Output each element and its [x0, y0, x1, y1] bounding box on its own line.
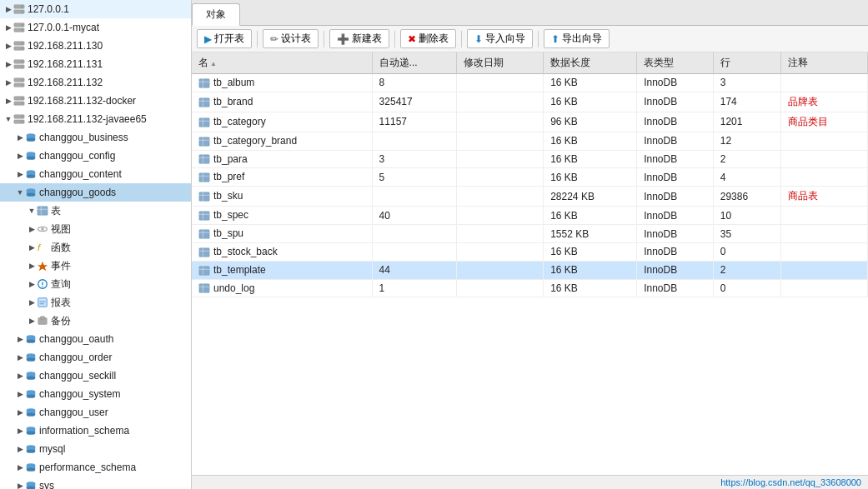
sidebar-label: changgou_oauth: [39, 332, 113, 347]
svg-point-60: [27, 357, 36, 361]
table-row[interactable]: tb_sku28224 KBInnoDB29386商品表: [192, 187, 868, 207]
sidebar-item-db1[interactable]: ▶changgou_business: [0, 128, 191, 147]
sidebar-item-sub7[interactable]: ▶备份: [0, 312, 191, 330]
table-row[interactable]: tb_category_brand16 KBInnoDB12: [192, 132, 868, 150]
cell-table_type: InnoDB: [637, 150, 714, 168]
toolbar-btn-btn-delete[interactable]: ✖删除表: [400, 29, 456, 48]
table-row[interactable]: tb_pref516 KBInnoDB4: [192, 168, 868, 187]
toolbar-btn-btn-design[interactable]: ✏设计表: [263, 29, 319, 48]
cell-name: tb_pref: [192, 168, 372, 187]
expand-arrow: ▶: [3, 2, 13, 17]
sidebar-item-db13[interactable]: ▶sys: [0, 477, 191, 489]
svg-rect-126: [199, 230, 209, 239]
toolbar-btn-btn-open[interactable]: ▶打开表: [197, 29, 252, 48]
svg-point-27: [22, 121, 23, 122]
svg-rect-111: [199, 137, 209, 146]
sidebar-item-db6[interactable]: ▶changgou_order: [0, 348, 191, 367]
sidebar-item-ip7[interactable]: ▼192.168.211.132-javaee65: [0, 110, 191, 128]
tab-objects[interactable]: 对象: [192, 3, 240, 26]
toolbar-separator: [461, 31, 462, 47]
sidebar-item-ip6[interactable]: ▶192.168.211.132-docker: [0, 92, 191, 110]
col-label: 行: [720, 57, 730, 68]
sidebar-item-db11[interactable]: ▶mysql: [0, 440, 191, 458]
sidebar-item-sub5[interactable]: ▶查询: [0, 275, 191, 293]
svg-point-33: [27, 156, 36, 159]
sidebar-item-db3[interactable]: ▶changgou_content: [0, 165, 191, 183]
cell-modify_date: [456, 112, 543, 132]
table-row[interactable]: tb_spec4016 KBInnoDB10: [192, 207, 868, 225]
sidebar-item-db8[interactable]: ▶changgou_system: [0, 385, 191, 403]
cell-auto_incr: [372, 132, 456, 150]
cell-modify_date: [456, 168, 543, 187]
sidebar-item-ip4[interactable]: ▶192.168.211.131: [0, 55, 191, 73]
table-row[interactable]: tb_brand32541716 KBInnoDB174品牌表: [192, 92, 868, 112]
btn-label: 删除表: [419, 32, 449, 46]
toolbar-btn-btn-new[interactable]: ➕新建表: [329, 29, 389, 48]
col-header-modify_date[interactable]: 修改日期: [456, 52, 543, 74]
expand-arrow: ▼: [27, 203, 37, 218]
sidebar-item-ip1[interactable]: ▶127.0.0.1: [0, 0, 191, 18]
sidebar-item-db9[interactable]: ▶changgou_user: [0, 403, 191, 422]
table-row[interactable]: tb_category1115796 KBInnoDB1201商品类目: [192, 112, 868, 132]
sidebar-item-ip5[interactable]: ▶192.168.211.132: [0, 73, 191, 92]
toolbar-btn-btn-export[interactable]: ⬆导出向导: [544, 29, 610, 48]
sidebar-item-db7[interactable]: ▶changgou_seckill: [0, 367, 191, 385]
toolbar-separator: [394, 31, 395, 47]
sidebar-item-db4[interactable]: ▼changgou_goods: [0, 183, 191, 202]
table-row[interactable]: tb_spu1552 KBInnoDB35: [192, 225, 868, 243]
cell-comment: [780, 261, 867, 279]
sidebar-label: changgou_user: [39, 405, 108, 420]
col-header-rows[interactable]: 行: [713, 52, 780, 74]
cell-modify_date: [456, 207, 543, 225]
table-header-row: 名▲自动递...修改日期数据长度表类型行注释: [192, 52, 868, 74]
sidebar-item-sub4[interactable]: ▶事件: [0, 257, 191, 275]
sidebar-item-sub2[interactable]: ▶视图: [0, 220, 191, 238]
expand-arrow: ▶: [3, 93, 13, 108]
sidebar-item-ip2[interactable]: ▶127.0.0.1-mycat: [0, 18, 191, 37]
table-name: tb_category_brand: [213, 135, 297, 147]
table-row[interactable]: tb_para316 KBInnoDB2: [192, 150, 868, 168]
svg-rect-102: [199, 79, 209, 88]
sidebar-item-db10[interactable]: ▶information_schema: [0, 422, 191, 440]
sidebar-item-db2[interactable]: ▶changgou_config: [0, 147, 191, 165]
sidebar-label: changgou_content: [39, 167, 122, 182]
cell-modify_date: [456, 187, 543, 207]
sidebar-item-sub6[interactable]: ▶报表: [0, 293, 191, 312]
svg-rect-117: [199, 173, 209, 182]
col-header-name[interactable]: 名▲: [192, 52, 372, 74]
svg-text:f: f: [38, 242, 42, 252]
sidebar-label: 192.168.211.131: [28, 57, 103, 72]
col-header-auto_incr[interactable]: 自动递...: [372, 52, 456, 74]
sidebar-item-sub1[interactable]: ▼表: [0, 202, 191, 220]
table-row[interactable]: tb_template4416 KBInnoDB2: [192, 261, 868, 279]
toolbar-btn-btn-import[interactable]: ⬇导入向导: [467, 29, 533, 48]
statusbar: https://blog.csdn.net/qq_33608000: [192, 475, 868, 489]
sidebar-label: 查询: [51, 277, 71, 292]
col-header-table_type[interactable]: 表类型: [637, 52, 714, 74]
svg-point-11: [22, 47, 23, 49]
col-header-comment[interactable]: 注释: [780, 52, 867, 74]
sidebar-item-db12[interactable]: ▶performance_schema: [0, 458, 191, 477]
svg-point-78: [27, 467, 36, 471]
table-row[interactable]: tb_album816 KBInnoDB3: [192, 74, 868, 92]
cell-comment: [780, 242, 867, 261]
cell-name: tb_album: [192, 74, 372, 92]
cell-comment: [780, 279, 867, 297]
expand-arrow: ▶: [15, 423, 25, 438]
col-header-data_size[interactable]: 数据长度: [544, 52, 637, 74]
cell-rows: 0: [713, 279, 780, 297]
sidebar-label: sys: [39, 478, 54, 489]
sidebar-item-db5[interactable]: ▶changgou_oauth: [0, 330, 191, 348]
expand-arrow: ▶: [27, 295, 37, 310]
cell-auto_incr: 40: [372, 207, 456, 225]
sidebar-item-sub3[interactable]: ▶f函数: [0, 238, 191, 257]
cell-comment: [780, 150, 867, 168]
cell-data_size: 16 KB: [544, 150, 637, 168]
sidebar-label: 事件: [51, 258, 71, 273]
expand-arrow: ▶: [15, 405, 25, 420]
sidebar-item-ip3[interactable]: ▶192.168.211.130: [0, 37, 191, 55]
svg-point-44: [41, 227, 44, 231]
table-row[interactable]: undo_log116 KBInnoDB0: [192, 279, 868, 297]
sidebar-label: changgou_system: [39, 387, 120, 402]
table-row[interactable]: tb_stock_back16 KBInnoDB0: [192, 242, 868, 261]
